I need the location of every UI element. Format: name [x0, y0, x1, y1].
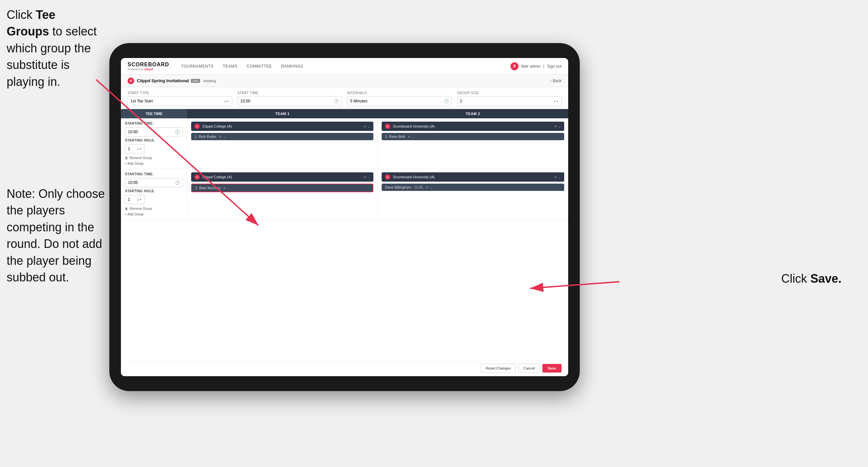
player-1-1-close[interactable]: ✕ [219, 135, 222, 139]
team1-logo-1: C [194, 124, 200, 129]
starting-hole-label-2: STARTING HOLE: [125, 189, 183, 193]
player-2-1-expand[interactable]: ⌄ [412, 135, 414, 139]
table-body: STARTING TIME: 10:00 🕐 STARTING HOLE: 1 … [121, 118, 568, 360]
player-card-1-1[interactable]: 1. Rich Butler ✕ ⌄ [191, 133, 373, 140]
logo-powered: Powered by clippd [128, 68, 169, 71]
starting-hole-label-1: STARTING HOLE: [125, 139, 183, 142]
start-type-input[interactable]: 1st Tee Start ▲▼ [128, 96, 232, 106]
team1-close-2[interactable]: ✕ [364, 175, 366, 179]
team1-expand-1[interactable]: ⌄ [367, 125, 370, 128]
time-clock-icon-2: 🕐 [175, 180, 180, 185]
team1-card-group2[interactable]: C Clippd College (A) ✕ ⌄ [191, 172, 373, 182]
sign-out-link[interactable]: Sign out [547, 64, 562, 68]
player-2-1-close[interactable]: ✕ [408, 135, 410, 139]
hole-arrows-2: ▲▼ [136, 198, 142, 201]
intervals-input[interactable]: 5 Minutes 🕐 [347, 96, 452, 106]
player-2-2-close[interactable]: ✕ [426, 185, 428, 189]
click-save-annotation: Click Save. [781, 272, 841, 286]
add-group-2-button[interactable]: + Add Group [125, 212, 183, 216]
table-row: STARTING TIME: 10:05 🕐 STARTING HOLE: 1 … [121, 169, 568, 220]
group-1-hole-input[interactable]: 1 ▲▼ [125, 144, 145, 153]
player-2-2-name: Dave Billingham [385, 185, 411, 189]
save-button[interactable]: Save [542, 364, 562, 373]
team2-expand-1[interactable]: ⌄ [558, 125, 561, 128]
table-row: STARTING TIME: 10:00 🕐 STARTING HOLE: 1 … [121, 118, 568, 169]
player-1-2-name: 2. Blair McHarg [195, 186, 220, 190]
settings-row: Start Type 1st Tee Start ▲▼ Start Time 1… [121, 87, 568, 109]
sub-header-logo: B [128, 78, 134, 84]
group-1-team2: S Scoreboard University (A) ✕ ⌄ 1. Rees … [378, 118, 568, 169]
nav-committee[interactable]: COMMITTEE [243, 62, 276, 70]
player-card-1-2[interactable]: 2. Blair McHarg ✕ ⌄ [191, 184, 373, 192]
player-2-1-name: 1. Rees Britt [385, 135, 405, 139]
add-group-1-button[interactable]: + Add Group [125, 162, 183, 166]
player-card-2-1[interactable]: 1. Rees Britt ✕ ⌄ [382, 133, 564, 140]
starting-time-label-2: STARTING TIME: [125, 172, 183, 176]
team1-name-1: Clippd College (A) [203, 124, 361, 128]
group-1-left: STARTING TIME: 10:00 🕐 STARTING HOLE: 1 … [121, 118, 187, 169]
logo-area: SCOREBOARD Powered by clippd [128, 62, 169, 71]
player-1-1-name: 1. Rich Butler [194, 135, 216, 139]
nav-username: blair admin [521, 64, 541, 68]
intervals-clock-icon: 🕐 [444, 99, 449, 104]
group-1-time-input[interactable]: 10:00 🕐 [125, 127, 183, 137]
team2-actions-2: ✕ ⌄ [554, 175, 561, 179]
start-time-input[interactable]: 10:00 🕐 [238, 96, 342, 106]
team1-logo-2: C [194, 174, 200, 180]
sub-header: B Clippd Spring Invitational Men Hosting… [121, 75, 568, 87]
tablet-screen: SCOREBOARD Powered by clippd TOURNAMENTS… [121, 58, 568, 376]
team1-col-header: Team 1 [187, 109, 378, 118]
clock-icon: 🕐 [334, 99, 339, 104]
group-2-hole-input[interactable]: 1 ▲▼ [125, 195, 145, 204]
group-2-team2: S Scoreboard University (A) ✕ ⌄ Dave Bil… [378, 169, 568, 220]
group-2-time-input[interactable]: 10:05 🕐 [125, 178, 183, 187]
team1-close-1[interactable]: ✕ [364, 125, 366, 128]
group-size-label: Group Size [457, 91, 562, 95]
player-1-1-expand[interactable]: ⌄ [223, 135, 226, 139]
team1-name-2: Clippd College (A) [203, 175, 361, 179]
content-area: Start Type 1st Tee Start ▲▼ Start Time 1… [121, 87, 568, 376]
team2-close-1[interactable]: ✕ [554, 125, 557, 128]
gender-badge: Men [191, 79, 200, 83]
group-2-left: STARTING TIME: 10:05 🕐 STARTING HOLE: 1 … [121, 169, 187, 220]
group-size-input[interactable]: 2 ▲▼ [457, 96, 562, 106]
remove-group-1-button[interactable]: 🗑 Remove Group [125, 156, 183, 160]
team1-expand-2[interactable]: ⌄ [367, 175, 370, 179]
team2-card-group2[interactable]: S Scoreboard University (A) ✕ ⌄ [382, 172, 564, 182]
player-1-2-expand[interactable]: ⌄ [227, 186, 229, 190]
nav-rankings[interactable]: RANKINGS [277, 62, 307, 70]
player-card-2-2[interactable]: Dave Billingham (SUB) ✕ ⌄ [382, 184, 564, 191]
nav-avatar: B [510, 62, 519, 70]
player-2-2-expand[interactable]: ⌄ [430, 185, 432, 189]
team2-expand-2[interactable]: ⌄ [558, 175, 561, 179]
starting-time-label-1: STARTING TIME: [125, 122, 183, 125]
team2-close-2[interactable]: ✕ [554, 175, 557, 179]
back-button[interactable]: ‹ Back [550, 79, 562, 83]
team1-actions-2: ✕ ⌄ [364, 175, 370, 179]
navbar: SCOREBOARD Powered by clippd TOURNAMENTS… [121, 58, 568, 75]
nav-separator: | [543, 64, 544, 68]
note-text: Note: Only choose the players competing … [0, 179, 126, 292]
nav-tournaments[interactable]: TOURNAMENTS [177, 62, 218, 70]
team1-card-group1[interactable]: C Clippd College (A) ✕ ⌄ [191, 122, 373, 131]
start-type-arrows: ▲▼ [224, 100, 229, 103]
player-2-2-sub: (SUB) [414, 185, 423, 189]
tablet-frame: SCOREBOARD Powered by clippd TOURNAMENTS… [109, 43, 580, 391]
tournament-title: Clippd Spring Invitational [137, 78, 189, 83]
remove-group-2-button[interactable]: 🗑 Remove Group [125, 207, 183, 210]
footer: Reset Changes Cancel Save [121, 360, 568, 376]
cancel-button[interactable]: Cancel [519, 363, 540, 373]
team2-card-group1[interactable]: S Scoreboard University (A) ✕ ⌄ [382, 122, 564, 131]
reset-changes-button[interactable]: Reset Changes [481, 363, 516, 373]
start-time-group: Start Time 10:00 🕐 [238, 91, 342, 106]
group-1-team1: C Clippd College (A) ✕ ⌄ 1. Rich Butler … [187, 118, 378, 169]
group-2-team1: C Clippd College (A) ✕ ⌄ 2. Blair McHarg… [187, 169, 378, 220]
team1-actions-1: ✕ ⌄ [364, 125, 370, 128]
table-header: Tee Time Team 1 Team 2 [121, 109, 568, 118]
nav-teams[interactable]: TEAMS [219, 62, 242, 70]
team2-logo-1: S [385, 124, 390, 129]
player-1-2-close[interactable]: ✕ [223, 186, 226, 190]
time-clock-icon-1: 🕐 [175, 129, 180, 134]
intervals-group: Intervals 5 Minutes 🕐 [347, 91, 452, 106]
trash-icon-1: 🗑 [125, 156, 128, 160]
